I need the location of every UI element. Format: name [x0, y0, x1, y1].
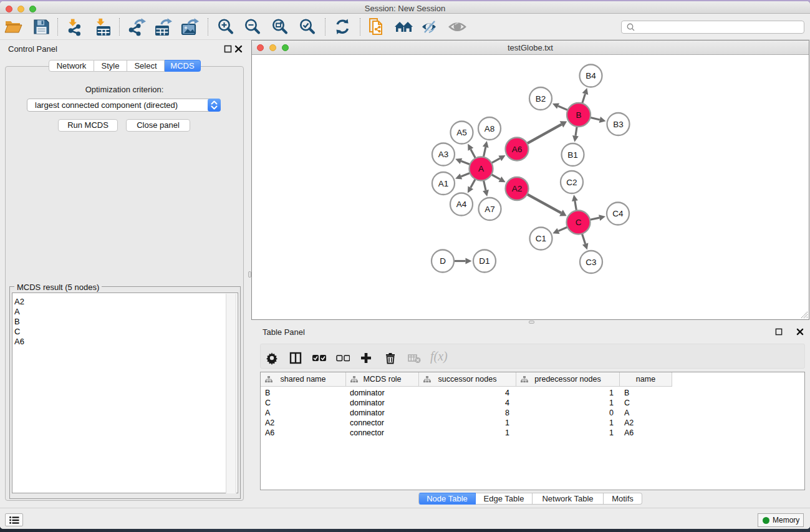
- svg-text:A1: A1: [438, 178, 449, 188]
- svg-text:D1: D1: [479, 256, 489, 266]
- svg-text:B2: B2: [536, 94, 546, 103]
- svg-text:B: B: [576, 110, 581, 119]
- svg-text:C1: C1: [536, 234, 546, 243]
- svg-text:C3: C3: [586, 257, 596, 266]
- svg-text:A: A: [478, 164, 484, 173]
- svg-text:A4: A4: [456, 200, 467, 209]
- svg-text:A2: A2: [512, 184, 523, 193]
- svg-text:A5: A5: [456, 128, 467, 137]
- svg-text:C2: C2: [566, 177, 577, 186]
- svg-text:C: C: [576, 218, 582, 227]
- svg-text:B3: B3: [613, 119, 624, 128]
- svg-text:A3: A3: [438, 150, 449, 159]
- svg-text:A8: A8: [485, 123, 495, 133]
- svg-text:B4: B4: [586, 71, 596, 80]
- svg-text:D: D: [440, 256, 446, 266]
- svg-text:B1: B1: [567, 150, 578, 159]
- svg-text:A7: A7: [485, 204, 495, 213]
- svg-text:C4: C4: [612, 209, 624, 218]
- svg-text:A6: A6: [512, 144, 523, 153]
